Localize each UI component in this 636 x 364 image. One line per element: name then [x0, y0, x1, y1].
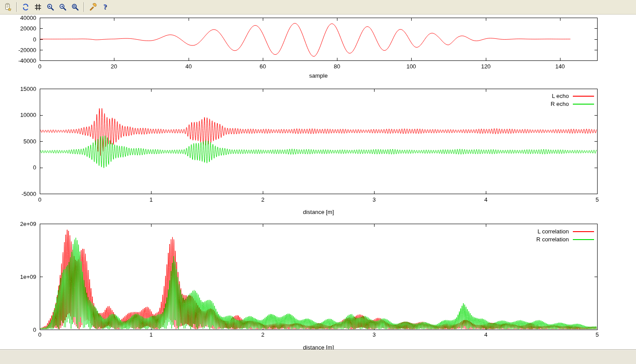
configure-button[interactable]: [87, 1, 98, 13]
toggle-grid-button[interactable]: [32, 1, 44, 13]
help-icon: ? ?: [101, 3, 109, 11]
svg-text:?: ?: [103, 3, 107, 11]
plot-canvas[interactable]: [0, 0, 636, 364]
replot-button[interactable]: [20, 1, 31, 13]
zoom-next-icon: [59, 3, 67, 11]
toolbar-separator: [83, 2, 84, 12]
previous-zoom-button[interactable]: [45, 1, 56, 13]
copy-to-clipboard-button[interactable]: [2, 1, 14, 13]
zoom-previous-icon: [46, 3, 54, 11]
refresh-icon: [22, 3, 30, 11]
toolbar: ? ?: [0, 0, 636, 15]
zoom-autoscale-icon: [71, 3, 79, 11]
toolbar-separator: [16, 2, 17, 12]
wrench-icon: [89, 3, 97, 11]
autoscale-button[interactable]: [69, 1, 81, 13]
help-button[interactable]: ? ?: [99, 1, 111, 13]
status-bar: [0, 349, 636, 364]
next-zoom-button[interactable]: [57, 1, 68, 13]
grid-icon: [34, 3, 42, 11]
clipboard-copy-icon: [4, 3, 12, 11]
gnuplot-window: { "colors":{ "series_red":"#ff0000", "se…: [0, 0, 636, 364]
